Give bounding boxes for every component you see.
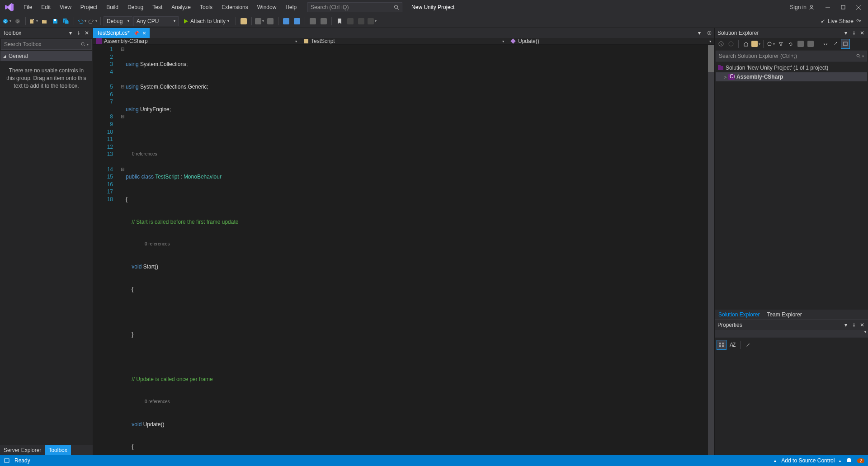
se-filter-icon[interactable]: [776, 39, 785, 49]
se-props-icon[interactable]: [831, 39, 840, 49]
codelens-refs[interactable]: 0 references: [126, 398, 714, 406]
se-code-icon[interactable]: [821, 39, 830, 49]
menu-extensions[interactable]: Extensions: [217, 2, 253, 12]
prop-wrench-icon[interactable]: [743, 340, 753, 350]
close-icon[interactable]: ✕: [84, 30, 90, 36]
tree-project[interactable]: ▷ C# Assembly-CSharp: [716, 72, 867, 81]
tool-icon-5[interactable]: [292, 16, 302, 26]
new-item-button[interactable]: [28, 16, 38, 26]
undo-button[interactable]: [77, 16, 87, 26]
menu-test[interactable]: Test: [148, 2, 167, 12]
doc-tab-testscript[interactable]: TestScript.cs* 📌 ✕: [93, 28, 150, 38]
menu-view[interactable]: View: [55, 2, 76, 12]
tool-icon-3[interactable]: [265, 16, 275, 26]
open-button[interactable]: [39, 16, 49, 26]
tool-icon-7[interactable]: [319, 16, 329, 26]
toolbox-header: Toolbox ▾ ✕: [0, 28, 93, 38]
tab-server-explorer[interactable]: Server Explorer: [0, 445, 45, 455]
tab-gear-icon[interactable]: [704, 28, 714, 38]
code-editor[interactable]: 1234 567 8910111213 1415161718 ⊟ ⊟ ⊟ ⊟ u…: [93, 45, 714, 455]
pin-icon[interactable]: [851, 322, 857, 328]
prop-alpha-icon[interactable]: AZ: [727, 340, 737, 350]
notification-badge[interactable]: 2: [857, 458, 864, 463]
redo-button[interactable]: [88, 16, 98, 26]
solution-explorer-toolbar: [715, 38, 868, 50]
main-toolbar: Debug▾ Any CPU▾ Attach to Unity▾ Live Sh…: [0, 14, 868, 28]
platform-dropdown[interactable]: Any CPU▾: [133, 16, 179, 26]
svg-line-27: [859, 57, 860, 58]
tool-icon-6[interactable]: [308, 16, 318, 26]
tab-team-explorer[interactable]: Team Explorer: [763, 310, 805, 320]
prop-categorized-icon[interactable]: [717, 340, 726, 350]
menu-edit[interactable]: Edit: [37, 2, 55, 12]
nav-class[interactable]: TestScript▾: [300, 38, 507, 44]
fold-gutter[interactable]: ⊟ ⊟ ⊟ ⊟: [119, 45, 126, 455]
save-button[interactable]: [50, 16, 60, 26]
chevron-down-icon[interactable]: ▾: [843, 30, 849, 36]
tab-chevron-icon[interactable]: ▾: [694, 28, 704, 38]
menu-debug[interactable]: Debug: [123, 2, 148, 12]
close-icon[interactable]: ✕: [859, 322, 865, 328]
save-all-button[interactable]: [61, 16, 71, 26]
tab-toolbox[interactable]: Toolbox: [45, 445, 71, 455]
maximize-button[interactable]: [835, 1, 851, 13]
source-control-button[interactable]: Add to Source Control: [781, 457, 835, 464]
start-debug-button[interactable]: Attach to Unity▾: [179, 16, 233, 26]
codelens-refs[interactable]: 0 references: [126, 151, 714, 158]
toolbox-search[interactable]: Search Toolbox ▾: [1, 39, 92, 50]
tab-solution-explorer[interactable]: Solution Explorer: [715, 310, 763, 320]
line-numbers: 1234 567 8910111213 1415161718: [93, 45, 119, 455]
menu-file[interactable]: File: [19, 2, 37, 12]
tool-icon-2[interactable]: [255, 16, 264, 26]
se-showall-icon[interactable]: [806, 39, 815, 49]
vs-logo-icon: [5, 2, 14, 12]
signin-button[interactable]: Sign in: [790, 4, 815, 10]
expand-icon[interactable]: ▷: [724, 75, 726, 79]
se-fwd-icon[interactable]: [726, 39, 736, 49]
se-back-icon[interactable]: [717, 39, 726, 49]
minimize-button[interactable]: [820, 1, 835, 13]
solution-tree[interactable]: Solution 'New Unity Project' (1 of 1 pro…: [715, 62, 868, 310]
menu-analyze[interactable]: Analyze: [167, 2, 195, 12]
menu-window[interactable]: Window: [253, 2, 281, 12]
close-tab-icon[interactable]: ✕: [142, 31, 146, 36]
live-share-button[interactable]: Live Share: [815, 18, 866, 24]
close-icon[interactable]: ✕: [859, 30, 865, 36]
nav-project[interactable]: Assembly-CSharp▾: [93, 38, 300, 44]
editor-scrollbar[interactable]: [708, 45, 714, 455]
solution-icon: [717, 65, 724, 71]
tool-icon-1[interactable]: [239, 16, 249, 26]
chevron-down-icon[interactable]: ▾: [843, 322, 849, 328]
codelens-refs[interactable]: 0 references: [126, 240, 714, 248]
se-collapse-icon[interactable]: [796, 39, 805, 49]
solution-search[interactable]: Search Solution Explorer (Ctrl+;) ▾: [716, 51, 867, 61]
quick-search[interactable]: Search (Ctrl+Q): [307, 2, 402, 12]
menu-help[interactable]: Help: [281, 2, 301, 12]
bell-icon[interactable]: [845, 457, 853, 464]
svg-point-11: [857, 19, 859, 21]
nav-method[interactable]: Update()▾: [507, 38, 714, 44]
menu-tools[interactable]: Tools: [195, 2, 217, 12]
toolbox-group-general[interactable]: General: [0, 51, 92, 61]
nav-forward-button[interactable]: [13, 16, 23, 26]
tool-icon-4[interactable]: [281, 16, 291, 26]
se-switch-icon[interactable]: [751, 39, 760, 49]
menu-build[interactable]: Build: [102, 2, 123, 12]
code-content[interactable]: using System.Collections; using System.C…: [126, 45, 714, 455]
pin-icon[interactable]: [851, 30, 857, 36]
tree-solution[interactable]: Solution 'New Unity Project' (1 of 1 pro…: [716, 63, 867, 72]
chevron-down-icon[interactable]: ▾: [67, 30, 74, 36]
se-preview-icon[interactable]: [841, 39, 850, 49]
csharp-icon: [96, 38, 102, 44]
nav-back-button[interactable]: [2, 16, 12, 26]
se-sync-icon[interactable]: [766, 39, 775, 49]
pin-icon[interactable]: 📌: [133, 31, 139, 36]
se-refresh-icon[interactable]: [786, 39, 795, 49]
pin-icon[interactable]: [75, 30, 82, 36]
arrow-up-icon[interactable]: ▲: [773, 459, 777, 463]
close-button[interactable]: [851, 1, 866, 13]
se-home-icon[interactable]: [741, 39, 750, 49]
bookmark-icon[interactable]: [335, 16, 344, 26]
config-dropdown[interactable]: Debug▾: [104, 16, 132, 26]
menu-project[interactable]: Project: [76, 2, 102, 12]
